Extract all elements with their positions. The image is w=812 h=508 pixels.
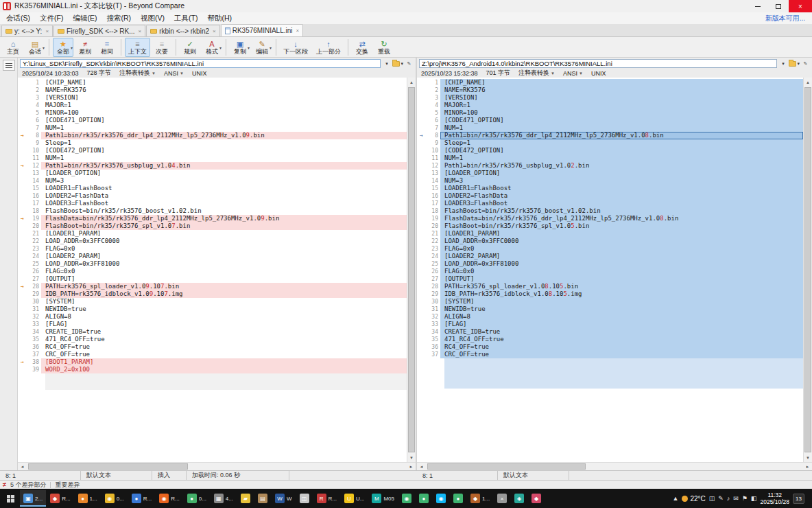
code-line[interactable]: 19FlashData=bin/rk35/rk3576_ddr_lp4_2112…: [417, 215, 803, 222]
code-line[interactable]: 36RC4_OFF=true: [417, 343, 803, 351]
right-browse-button[interactable]: ▾: [789, 59, 800, 68]
toolbar-minor-button[interactable]: ≡次要: [152, 38, 172, 57]
code-line[interactable]: 32ALIGN=8: [417, 313, 803, 321]
code-line[interactable]: →28PATH=rk3576_spl_loader_v1.09.107.bin: [18, 283, 407, 290]
weather-widget[interactable]: 22°C: [682, 495, 705, 503]
scroll-down-icon[interactable]: ▼: [407, 453, 416, 462]
toolbar-rules-button[interactable]: ✓规则: [180, 38, 200, 57]
code-line[interactable]: 4MAJOR=1: [417, 102, 803, 109]
code-line[interactable]: 26FLAG=0x0: [417, 268, 803, 275]
code-line[interactable]: 22LOAD_ADDR=0x3FFC0000: [18, 238, 407, 245]
code-line[interactable]: 13[LOADER_OPTION]: [417, 170, 803, 177]
code-line[interactable]: →8Path1=bin/rk35/rk3576_ddr_lp4_2112MHz_…: [417, 132, 803, 139]
update-available-link[interactable]: 新版本可用...: [765, 14, 805, 23]
right-conversion-select[interactable]: 注释表转换▼: [518, 69, 555, 78]
code-line[interactable]: 34CREATE_IDB=true: [18, 328, 407, 336]
menu-file[interactable]: 文件(F): [35, 14, 68, 23]
menu-view[interactable]: 视图(V): [136, 14, 169, 23]
code-line[interactable]: 23FLAG=0x0: [18, 245, 407, 253]
code-line[interactable]: 30[SYSTEM]: [417, 298, 803, 305]
right-vertical-scrollbar[interactable]: ▲ ▼: [803, 78, 812, 462]
code-line[interactable]: 5MINOR=100: [18, 109, 407, 117]
right-path-input[interactable]: [422, 60, 774, 67]
code-line[interactable]: 27[OUTPUT]: [417, 275, 803, 283]
code-line[interactable]: 26FLAG=0x0: [18, 268, 407, 275]
taskbar-app-button[interactable]: RR...: [313, 490, 340, 507]
taskbar-clock[interactable]: 11:32 2025/10/28: [760, 492, 789, 505]
scrollbar-thumb[interactable]: [427, 463, 586, 470]
code-line[interactable]: 21[LOADER1_PARAM]: [18, 230, 407, 238]
code-line[interactable]: 30[SYSTEM]: [18, 298, 407, 305]
toolbar-diffs-button[interactable]: ≠差别: [75, 38, 95, 57]
scroll-right-icon[interactable]: ►: [803, 463, 812, 470]
code-line[interactable]: 5MINOR=100: [417, 109, 803, 117]
scroll-left-icon[interactable]: ◄: [18, 463, 27, 470]
code-line[interactable]: →38[BOOT1_PARAM]: [18, 358, 407, 366]
code-line[interactable]: 37CRC_OFF=true: [417, 351, 803, 358]
menu-search[interactable]: 搜索(R): [102, 14, 136, 23]
tray-icon[interactable]: ◧: [751, 495, 757, 502]
code-line[interactable]: 34CREATE_IDB=true: [417, 328, 803, 336]
right-horizontal-scrollbar[interactable]: ◄ ►: [417, 462, 812, 470]
tab-firefly-sdk[interactable]: Firefly_SDK <--> RK...×: [53, 25, 145, 36]
code-line[interactable]: 36RC4_OFF=true: [18, 343, 407, 351]
taskbar-app-button[interactable]: UU...: [341, 490, 368, 507]
taskbar-app-button[interactable]: ▰: [237, 490, 254, 507]
left-encoding-select[interactable]: ANSI▼: [164, 70, 184, 77]
code-line[interactable]: 11NUM=1: [18, 154, 407, 162]
taskbar-app-button[interactable]: ▣2...: [20, 490, 46, 507]
code-line[interactable]: →12Path1=bin/rk35/rk3576_usbplug_v1.04.b…: [18, 162, 407, 170]
taskbar-app-button[interactable]: ◉: [433, 490, 449, 507]
code-line[interactable]: 11NUM=1: [417, 154, 803, 162]
code-line[interactable]: 24[LOADER2_PARAM]: [18, 253, 407, 260]
code-line[interactable]: 2NAME=RK3576: [417, 86, 803, 94]
taskbar-app-button[interactable]: ◫: [296, 490, 313, 507]
code-line[interactable]: 25LOAD_ADDR=0x3FF81000: [417, 260, 803, 268]
code-line[interactable]: 12Path1=bin/rk35/rk3576_usbplug_v1.02.bi…: [417, 162, 803, 170]
code-line[interactable]: 10[CODE472_OPTION]: [18, 147, 407, 154]
toolbar-reload-button[interactable]: ↻重载: [374, 38, 394, 57]
left-path-history-dropdown[interactable]: ▾: [382, 59, 391, 68]
code-line[interactable]: 14NUM=3: [417, 177, 803, 185]
toolbar-prev-section-button[interactable]: ↑上一部分: [313, 38, 344, 57]
right-edit-path-button[interactable]: ✎: [801, 59, 810, 68]
code-line[interactable]: 3[VERSION]: [18, 94, 407, 102]
taskbar-app-button[interactable]: ◉: [398, 490, 415, 507]
code-line[interactable]: 7NUM=1: [417, 124, 803, 132]
code-line[interactable]: 1[CHIP_NAME]: [18, 79, 407, 86]
code-line[interactable]: 24[LOADER2_PARAM]: [417, 253, 803, 260]
menu-session[interactable]: 会话(S): [1, 14, 35, 23]
taskbar-app-button[interactable]: ▤: [254, 490, 271, 507]
diff-filter-label[interactable]: 重要差异: [55, 481, 80, 489]
code-line[interactable]: 9Sleep=1: [417, 139, 803, 147]
code-line[interactable]: 16LOADER2=FlashData: [417, 192, 803, 200]
scroll-up-icon[interactable]: ▲: [407, 78, 416, 86]
scrollbar-thumb[interactable]: [28, 463, 188, 470]
code-line[interactable]: 17LOADER3=FlashBoot: [417, 200, 803, 207]
taskbar-app-button[interactable]: MM05: [368, 490, 398, 507]
menu-edit[interactable]: 编辑(E): [68, 14, 102, 23]
code-line[interactable]: 2NAME=RK3576: [18, 86, 407, 94]
taskbar-app-button[interactable]: ◉0...: [102, 490, 128, 507]
taskbar-app-button[interactable]: ◈: [511, 490, 527, 507]
scroll-down-icon[interactable]: ▼: [804, 453, 812, 462]
toolbar-next-section-button[interactable]: ↓下一区段: [280, 38, 311, 57]
toolbar-copy-button[interactable]: ▣复制▾: [230, 38, 250, 57]
tab-drives[interactable]: y: <--> Y:×: [1, 25, 53, 36]
toolbar-all-button[interactable]: ★全部▾: [53, 38, 73, 57]
code-line[interactable]: 18FlashBoost=bin/rk35/rk3576_boost_v1.02…: [417, 207, 803, 215]
scroll-right-icon[interactable]: ►: [407, 463, 416, 470]
start-button[interactable]: [1, 489, 19, 508]
minimize-button[interactable]: [748, 0, 768, 12]
left-horizontal-scrollbar[interactable]: ◄ ►: [18, 462, 416, 470]
scroll-up-icon[interactable]: ▲: [804, 78, 812, 86]
taskbar-app-button[interactable]: ●: [416, 490, 432, 507]
code-line[interactable]: →19FlashData=bin/rk35/rk3576_ddr_lp4_211…: [18, 215, 407, 222]
right-editor[interactable]: 1[CHIP_NAME]2NAME=RK35763[VERSION]4MAJOR…: [417, 78, 803, 462]
close-button[interactable]: ×: [789, 0, 812, 12]
tab-rk3576miniall[interactable]: RK3576MINIALL.ini×: [221, 24, 304, 36]
taskbar-app-button[interactable]: ×: [494, 490, 510, 507]
code-line[interactable]: 10[CODE472_OPTION]: [417, 147, 803, 154]
right-encoding-select[interactable]: ANSI▼: [563, 70, 583, 77]
toolbar-swap-button[interactable]: ⇄交换: [352, 38, 372, 57]
